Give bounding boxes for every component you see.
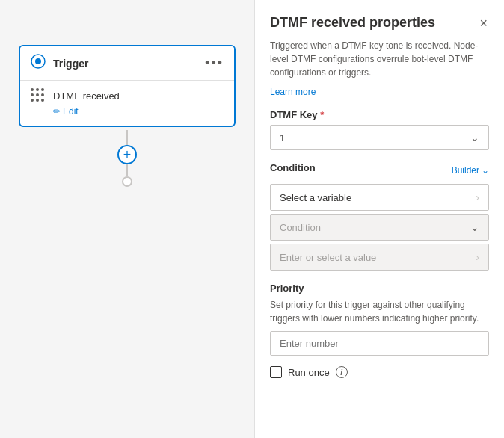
builder-link[interactable]: Builder ⌄ (452, 165, 489, 176)
edit-link[interactable]: ✏ Edit (53, 106, 224, 117)
run-once-row: Run once i (270, 366, 489, 378)
condition-label: Condition (270, 162, 316, 173)
priority-label: Priority (270, 283, 489, 294)
select-variable-label: Select a variable (280, 192, 351, 203)
run-once-checkbox[interactable] (270, 366, 282, 378)
dtmf-label: DTMF received (53, 90, 120, 102)
enter-value-label: Enter or select a value (280, 252, 376, 263)
chevron-right-value-icon: › (476, 251, 479, 263)
chevron-down-icon: ⌄ (470, 132, 479, 144)
priority-description: Set priority for this trigger against ot… (270, 298, 489, 325)
trigger-header: Trigger ••• (20, 46, 234, 81)
panel-header: DTMF received properties × (270, 15, 489, 31)
svg-point-1 (35, 58, 41, 64)
edit-icon: ✏ (53, 106, 61, 117)
right-panel: DTMF received properties × Triggered whe… (254, 0, 504, 438)
required-star: * (320, 109, 324, 120)
connector-line-bottom (126, 164, 128, 176)
run-once-info-icon[interactable]: i (336, 366, 348, 378)
edit-label: Edit (63, 106, 79, 117)
trigger-header-left: Trigger (31, 54, 88, 73)
trigger-body-row: DTMF received (31, 88, 224, 103)
end-circle (122, 176, 132, 187)
panel-title: DTMF received properties (270, 15, 435, 31)
trigger-menu-icon[interactable]: ••• (205, 55, 224, 71)
trigger-card: Trigger ••• DTMF received ✏ Edit (19, 45, 236, 127)
dtmf-key-value: 1 (280, 132, 285, 144)
trigger-title: Trigger (53, 58, 88, 70)
add-button[interactable]: + (117, 145, 137, 164)
condition-header: Condition Builder ⌄ (270, 162, 489, 178)
dtmf-grid-icon (31, 88, 46, 103)
chevron-down-condition-icon: ⌄ (470, 221, 479, 233)
dtmf-key-dropdown[interactable]: 1 ⌄ (270, 125, 489, 150)
dtmf-key-label: DTMF Key * (270, 109, 489, 120)
trigger-icon (31, 54, 46, 73)
connector-area: + (117, 130, 137, 187)
priority-section: Priority Set priority for this trigger a… (270, 283, 489, 366)
condition-placeholder-label: Condition (280, 222, 321, 233)
connector-line-top (126, 130, 128, 145)
condition-placeholder-row: Condition ⌄ (270, 214, 489, 241)
left-panel: Trigger ••• DTMF received ✏ Edit + (0, 0, 254, 438)
run-once-label: Run once (288, 367, 330, 378)
priority-input[interactable] (270, 331, 489, 356)
learn-more-link[interactable]: Learn more (270, 87, 489, 97)
chevron-down-builder-icon: ⌄ (482, 165, 489, 176)
trigger-body: DTMF received ✏ Edit (20, 81, 234, 126)
close-button[interactable]: × (478, 15, 489, 31)
select-variable-row[interactable]: Select a variable › (270, 184, 489, 211)
chevron-right-icon: › (476, 191, 479, 203)
enter-value-row: Enter or select a value › (270, 244, 489, 271)
panel-description: Triggered when a DTMF key tone is receiv… (270, 39, 489, 79)
